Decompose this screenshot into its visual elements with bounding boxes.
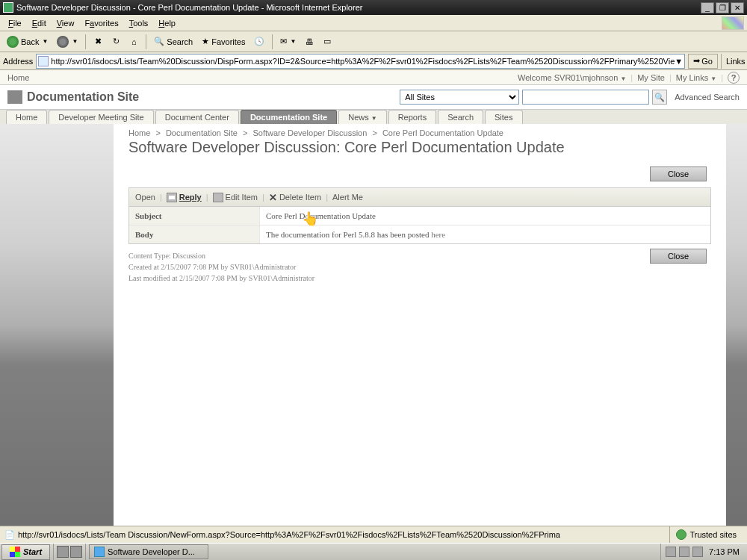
home-button[interactable]: ⌂ (125, 34, 142, 50)
forward-button[interactable]: ▼ (53, 34, 81, 50)
quick-launch (53, 544, 86, 560)
address-url-text: http://svr01/isdocs/Lists/Team%20Discuss… (51, 57, 675, 66)
view-menu[interactable]: View (52, 17, 80, 29)
stop-button[interactable]: ✖ (90, 34, 106, 50)
tray-icon-2[interactable] (679, 547, 689, 557)
go-button[interactable]: ➡Go (688, 54, 718, 69)
item-toolbar: Open | Reply | Edit Item | ✕Delete Item … (128, 187, 711, 207)
search-button[interactable]: 🔍Search (150, 34, 196, 50)
tray-icon-1[interactable] (666, 547, 676, 557)
reply-button[interactable]: Reply (167, 193, 202, 202)
page-content: Home > Documentation Site > Software Dev… (114, 124, 726, 526)
mail-button[interactable]: ✉▼ (276, 34, 300, 50)
tab-sites[interactable]: Sites (485, 110, 522, 125)
zone-label: Trusted sites (689, 530, 737, 539)
back-button[interactable]: Back▼ (3, 34, 52, 50)
window-title-text: Software Developer Discussion - Core Per… (16, 3, 362, 12)
print-icon: 🖶 (306, 37, 314, 46)
edit-item-icon (213, 193, 223, 202)
file-menu[interactable]: File (3, 17, 27, 29)
go-label: Go (701, 57, 713, 66)
subject-label: Subject (129, 207, 260, 225)
address-input[interactable]: http://svr01/isdocs/Lists/Team%20Discuss… (36, 54, 685, 69)
tab-news[interactable]: News▼ (338, 110, 386, 125)
history-button[interactable]: 🕓 (250, 34, 268, 50)
taskbar-clock: 7:13 PM (706, 547, 743, 556)
alert-me-button[interactable]: Alert Me (332, 193, 363, 202)
start-button[interactable]: Start (1, 544, 50, 560)
mysite-link[interactable]: My Site (637, 73, 665, 82)
refresh-button[interactable]: ↻ (108, 34, 124, 50)
favorites-label: Favorites (211, 37, 245, 46)
security-zone: Trusted sites (669, 526, 743, 543)
site-title-row: Documentation Site All Sites 🔍 Advanced … (0, 85, 747, 109)
welcome-menu[interactable]: Welcome SVR01\mjohnson ▼ (518, 73, 626, 82)
site-title: Documentation Site (27, 90, 139, 104)
subject-value: Core Perl Documentation Update (260, 207, 710, 225)
page-title: Software Developer Discussion: Core Perl… (128, 139, 711, 156)
favorites-button[interactable]: ★Favorites (198, 34, 249, 50)
close-button-bottom[interactable]: Close (650, 249, 707, 264)
edit-button[interactable]: ▭ (319, 34, 335, 50)
help-menu[interactable]: Help (153, 17, 181, 29)
delete-item-button[interactable]: ✕Delete Item (269, 192, 321, 203)
edit-item-button[interactable]: Edit Item (213, 193, 258, 202)
ql-ie-icon[interactable] (70, 546, 82, 558)
links-label: Links (726, 57, 746, 66)
mail-icon: ✉ (280, 37, 287, 46)
edit-menu[interactable]: Edit (27, 17, 52, 29)
home-icon: ⌂ (131, 37, 137, 46)
search-go-button[interactable]: 🔍 (652, 90, 667, 105)
right-gradient (726, 124, 747, 526)
site-logo-icon (7, 90, 22, 104)
mylinks-menu[interactable]: My Links ▼ (676, 73, 716, 82)
body-label: Body (129, 225, 260, 243)
tab-reports[interactable]: Reports (388, 110, 437, 125)
open-button[interactable]: Open (135, 193, 155, 202)
forward-arrow-icon (57, 36, 69, 48)
body-value: The documentation for Perl 5.8.8 has bee… (260, 225, 710, 243)
maximize-button[interactable]: ❐ (716, 2, 729, 13)
page-status-icon: 📄 (4, 530, 15, 540)
created-text: Created at 2/15/2007 7:08 PM by SVR01\Ad… (128, 261, 650, 273)
search-input[interactable] (522, 90, 649, 105)
menu-bar: File Edit View Favorites Tools Help (0, 15, 747, 31)
tab-document-center[interactable]: Document Center (155, 110, 239, 125)
item-metadata: Content Type: Discussion Created at 2/15… (128, 250, 650, 284)
minimize-button[interactable]: _ (701, 2, 714, 13)
top-nav-tabs: Home Developer Meeting Site Document Cen… (0, 109, 747, 125)
help-icon[interactable]: ? (728, 72, 740, 84)
window-titlebar: Software Developer Discussion - Core Per… (0, 0, 747, 15)
item-fields-table: Subject Core Perl Documentation Update B… (128, 207, 711, 244)
breadcrumb-docsite[interactable]: Documentation Site (166, 128, 238, 137)
site-actions-strip: Home Welcome SVR01\mjohnson ▼ | My Site … (0, 70, 747, 85)
body-row: Body The documentation for Perl 5.8.8 ha… (129, 225, 710, 243)
tab-documentation-site[interactable]: Documentation Site (241, 110, 337, 125)
tab-search[interactable]: Search (438, 110, 483, 125)
tab-home[interactable]: Home (6, 110, 47, 125)
close-window-button[interactable]: ✕ (731, 2, 744, 13)
print-button[interactable]: 🖶 (301, 34, 317, 50)
start-label: Start (23, 547, 42, 556)
close-button-top[interactable]: Close (650, 167, 707, 181)
strip-home-link[interactable]: Home (7, 73, 29, 82)
tray-icon-3[interactable] (692, 547, 703, 557)
breadcrumb-discussion[interactable]: Software Developer Discussion (252, 128, 367, 137)
magnifier-icon: 🔍 (654, 93, 665, 102)
left-gradient (0, 124, 114, 526)
back-arrow-icon (7, 36, 19, 48)
tools-menu[interactable]: Tools (124, 17, 154, 29)
links-button[interactable]: Links » (721, 54, 747, 69)
reply-icon (167, 193, 177, 202)
subject-row: Subject Core Perl Documentation Update (129, 207, 710, 225)
advanced-search-link[interactable]: Advanced Search (675, 93, 740, 102)
ql-desktop-icon[interactable] (57, 546, 69, 558)
content-type-text: Content Type: Discussion (128, 250, 650, 261)
taskbar-ie-task[interactable]: Software Developer D... (89, 544, 208, 559)
tab-developer-meeting[interactable]: Developer Meeting Site (49, 110, 153, 125)
system-tray: 7:13 PM (660, 544, 747, 560)
favorites-menu[interactable]: Favorites (79, 17, 123, 29)
search-scope-select[interactable]: All Sites (400, 90, 519, 105)
body-here-link[interactable]: here (431, 230, 445, 239)
breadcrumb-home[interactable]: Home (128, 128, 150, 137)
